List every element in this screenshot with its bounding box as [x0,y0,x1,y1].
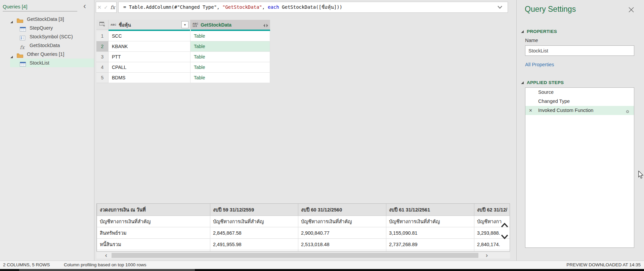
delete-step-icon[interactable]: ✕ [529,106,532,115]
grid-cell-table-link[interactable]: Table [190,73,270,83]
column-header-getstockdata[interactable]: ABC123 GetStockData [190,20,270,30]
query-item-stocklist[interactable]: StockList [0,59,94,67]
preview-column-header: งบปี 62 31/12/ [474,204,510,216]
preview-cell[interactable] [210,250,298,252]
scroll-up-icon[interactable] [500,221,509,230]
preview-cell[interactable]: 2,845,867.58 [210,227,298,239]
grid-cell[interactable]: SCC [109,31,190,41]
grid-cell-table-link[interactable]: Table [190,41,270,52]
query-item-stocksymbol-scc[interactable]: StockSymbol (SCC) [0,32,94,41]
query-item-label: StockSymbol (SCC) [30,32,73,41]
query-group-getstockdata-3[interactable]: GetStockData [3] [0,15,94,24]
query-group-label: GetStockData [3] [27,15,64,24]
query-group-label: Other Queries [1] [27,50,64,59]
row-number[interactable]: 3 [96,52,109,62]
preview-row: หนี้สินรวม2,491,955.982,513,018.482,737,… [97,239,510,250]
expand-column-icon[interactable] [263,23,268,29]
grid-cell-table-link[interactable]: Table [190,62,270,73]
grid-row: 4 CPALL Table [96,62,270,73]
preview-cell[interactable]: สินทรัพย์รวม [97,227,210,239]
scrollbar-thumb[interactable] [112,253,478,258]
preview-cell[interactable]: 3,155,090.81 [386,227,474,239]
status-bar: 2 COLUMNS, 5 ROWS Column profiling based… [0,261,644,269]
query-name-input[interactable] [525,45,634,56]
row-number[interactable]: 2 [96,41,109,52]
section-expander-icon [521,30,524,33]
preview-row [97,250,510,252]
preview-body: บัญชีทางการเงินที่สำคัญบัญชีทางการเงินที… [97,216,510,252]
grid-row: 5 BDMS Table [96,73,270,83]
preview-cell[interactable] [298,250,386,252]
preview-cell[interactable]: บัญชีทางการเงินที่สำคัญ [210,216,298,227]
scroll-down-icon[interactable] [500,232,509,241]
formula-expand-icon[interactable] [496,2,504,12]
applied-steps-section-label: APPLIED STEPS [527,80,564,85]
formula-segment: = Table.AddColumn(#"Changed Type", [123,4,222,10]
query-group-other-queries-1[interactable]: Other Queries [1] [0,50,94,59]
preview-cell[interactable]: บัญชีทางการเงินที่สำคัญ [386,216,474,227]
formula-segment: , [262,4,268,10]
collapse-pane-icon[interactable]: ‹ [81,2,89,11]
preview-cell[interactable]: บัญชีทางการเงินที่สำคัญ [298,216,386,227]
row-number[interactable]: 5 [96,73,109,83]
applied-step-changed-type[interactable]: Changed Type [525,97,634,106]
preview-cell[interactable] [97,250,210,252]
close-icon[interactable] [628,7,635,13]
data-grid: ABC ชื่อหุ้น ▾ ABC123 GetStockData 1 SCC… [96,20,270,83]
grid-row: 3 PTT Table [96,52,270,62]
preview-cell[interactable]: หนี้สินรวม [97,239,210,250]
status-columns-rows: 2 COLUMNS, 5 ROWS [3,262,50,267]
grid-cell-table-link[interactable]: Table [190,31,270,41]
status-profiling-info[interactable]: Column profiling based on top 1000 rows [64,262,146,267]
filter-dropdown-icon[interactable]: ▾ [181,21,188,28]
formula-input[interactable]: = Table.AddColumn(#"Changed Type", "GetS… [118,2,508,13]
horizontal-scrollbar: ‹ › [96,252,510,259]
query-item-stepquery[interactable]: StepQuery [0,24,94,32]
applied-step-label: Changed Type [538,99,570,104]
preview-column-header: งบปี 60 31/12/2560 [298,204,386,216]
preview-cell[interactable] [474,250,510,252]
step-settings-gear-icon[interactable] [625,108,630,117]
query-item-getstockdata[interactable]: fx GetStockData [0,41,94,50]
query-settings-title: Query Settings [525,5,576,14]
name-label: Name [525,38,538,43]
preview-cell[interactable] [386,250,474,252]
preview-table-pane: งวดงบการเงิน ณ วันที่งบปี 59 31/12/2559ง… [96,203,510,251]
confirm-formula-icon[interactable]: ✓ [104,4,108,10]
preview-cell[interactable]: 2,491,955.98 [210,239,298,250]
preview-column-header: งบปี 59 31/12/2559 [210,204,298,216]
row-number[interactable]: 4 [96,62,109,73]
applied-step-label: Invoked Custom Function [538,108,593,113]
cancel-formula-icon[interactable]: ✕ [97,4,101,10]
row-number[interactable]: 1 [96,31,109,41]
applied-steps-section-header[interactable]: APPLIED STEPS [521,80,564,85]
grid-cell[interactable]: PTT [109,52,190,62]
fx-icon[interactable]: fx [111,4,115,10]
preview-cell[interactable]: 2,900,840.77 [298,227,386,239]
formula-segment: each [268,4,279,10]
applied-step-source[interactable]: Source [525,88,634,97]
properties-section-header[interactable]: PROPERTIES [521,29,557,34]
preview-cell[interactable]: บัญชีทางการเงินที่สำคัญ [97,216,210,227]
query-settings-panel: Query Settings PROPERTIES Name All Prope… [516,0,644,261]
column-header-label: ชื่อหุ้น [119,21,131,29]
scroll-right-icon[interactable]: › [483,252,490,259]
column-header-col0[interactable]: ABC ชื่อหุ้น ▾ [109,20,190,30]
preview-column-header: งบปี 61 31/12/2561 [386,204,474,216]
select-all-corner[interactable] [96,20,109,30]
all-properties-link[interactable]: All Properties [525,62,554,67]
applied-step-invoked-custom-function[interactable]: ✕ Invoked Custom Function [525,106,634,115]
grid-cell[interactable]: KBANK [109,41,190,52]
status-preview-downloaded: PREVIEW DOWNLOADED AT 14:35 [566,262,641,267]
grid-cell-table-link[interactable]: Table [190,52,270,62]
grid-cell[interactable]: CPALL [109,62,190,73]
scroll-left-icon[interactable]: ‹ [102,252,110,259]
preview-row: สินทรัพย์รวม2,845,867.582,900,840.773,15… [97,227,510,239]
column-type-icon: ABC123 [192,23,198,27]
formula-toolbar: ✕ ✓ fx [96,2,117,13]
preview-cell[interactable]: 2,737,268.89 [386,239,474,250]
grid-cell[interactable]: BDMS [109,73,190,83]
query-item-label: GetStockData [30,41,60,50]
queries-pane-title: Queries [4] [3,4,27,9]
preview-cell[interactable]: 2,513,018.48 [298,239,386,250]
